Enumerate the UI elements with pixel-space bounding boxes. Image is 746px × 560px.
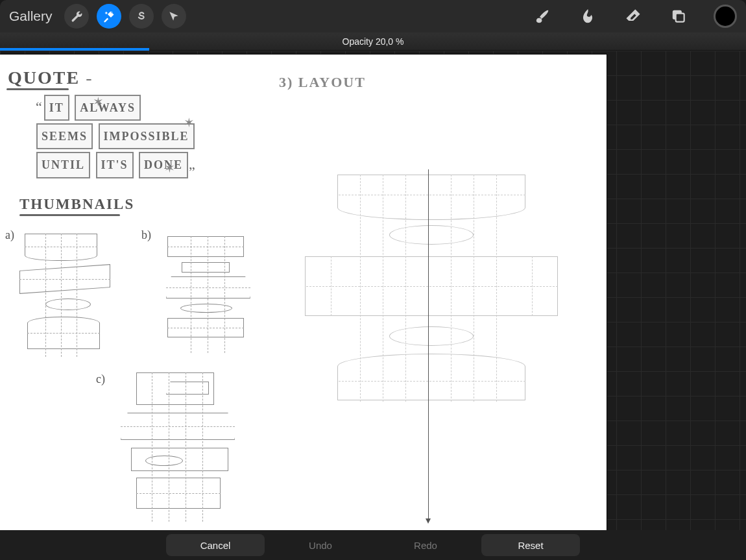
opacity-label: Opacity 20,0 % (343, 36, 404, 47)
wrench-icon[interactable] (64, 4, 89, 29)
quote-underline (6, 88, 69, 90)
thumbnail-c (117, 372, 240, 522)
layout-heading: 3) LAYOUT (279, 74, 366, 91)
workspace[interactable]: QUOTE - “IT ALWAYS SEEMS IMPOSSIBLE UNTI… (0, 51, 746, 530)
thumb-label-c: c) (96, 372, 105, 386)
cancel-button[interactable]: Cancel (166, 534, 265, 556)
thumb-label-a: a) (5, 228, 14, 242)
thumbnail-a (19, 234, 110, 357)
thumb-label-b: b) (141, 228, 151, 242)
canvas[interactable]: QUOTE - “IT ALWAYS SEEMS IMPOSSIBLE UNTI… (0, 55, 607, 530)
s-tool-icon[interactable] (129, 4, 154, 29)
quote-words: “IT ALWAYS SEEMS IMPOSSIBLE UNTIL IT'S D… (36, 93, 198, 180)
thumbnails-heading: THUMBNAILS (19, 196, 134, 213)
smudge-icon[interactable] (573, 2, 602, 30)
eraser-icon[interactable] (619, 2, 647, 30)
layers-icon[interactable] (664, 2, 693, 30)
brush-icon[interactable] (528, 2, 557, 30)
opacity-slider[interactable]: Opacity 20,0 % (0, 32, 746, 51)
thumbnail-b (162, 236, 253, 353)
quote-heading: QUOTE - (8, 67, 93, 88)
cursor-icon[interactable] (162, 4, 186, 29)
undo-button[interactable]: Undo (271, 534, 370, 556)
magic-wand-icon[interactable] (97, 4, 121, 29)
reset-button[interactable]: Reset (481, 534, 580, 556)
thumbnails-underline (19, 214, 120, 216)
top-toolbar: Gallery (0, 0, 746, 32)
svg-rect-1 (676, 14, 684, 22)
layout-grid (298, 175, 558, 486)
color-swatch[interactable] (714, 5, 737, 28)
redo-button[interactable]: Redo (376, 534, 475, 556)
gallery-button[interactable]: Gallery (9, 8, 53, 24)
transform-bar: Cancel Undo Redo Reset (0, 530, 746, 560)
